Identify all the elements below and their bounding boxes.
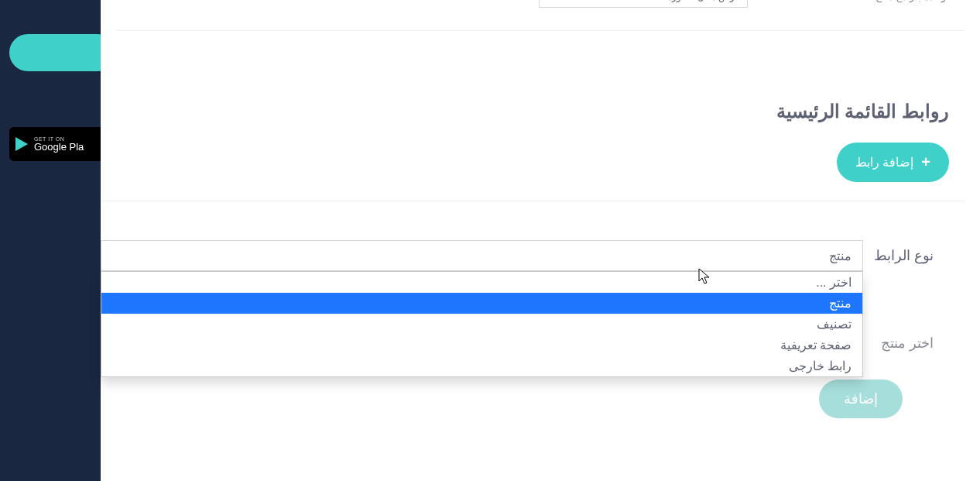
link-type-label: نوع الرابط (874, 247, 934, 264)
option-page[interactable]: صفحة تعريفية (101, 335, 862, 356)
link-type-dropdown: اختر ... منتج تصنيف صفحة تعريفية رابط خا… (101, 271, 863, 377)
add-link-button[interactable]: + إضافة رابط (837, 143, 949, 182)
option-external[interactable]: رابط خارجى (101, 356, 862, 376)
play-icon (15, 137, 28, 151)
top-strip: وحدة بنر مع منتج عرض داخل الصورة (116, 0, 965, 31)
link-form: نوع الرابط منتج اختر ... منتج تصنيف صفحة… (101, 201, 965, 302)
top-label: وحدة بنر مع منتج (875, 0, 946, 2)
section-title: روابط القائمة الرئيسية (101, 101, 949, 122)
link-type-select-wrap: منتج اختر ... منتج تصنيف صفحة تعريفية را… (101, 240, 863, 271)
option-product[interactable]: منتج (101, 293, 862, 314)
option-choose[interactable]: اختر ... (101, 272, 862, 293)
sidebar: GET IT ON Google Pla (0, 0, 101, 481)
google-play-text: GET IT ON Google Pla (34, 136, 84, 152)
plus-icon: + (921, 153, 930, 171)
top-select[interactable]: عرض داخل الصورة (539, 0, 748, 8)
add-link-label: إضافة رابط (855, 155, 913, 170)
main-content: وحدة بنر مع منتج عرض داخل الصورة روابط ا… (101, 0, 980, 481)
option-category[interactable]: تصنيف (101, 314, 862, 335)
link-type-row: نوع الرابط منتج اختر ... منتج تصنيف صفحة… (101, 240, 934, 271)
submit-button[interactable]: إضافة (819, 380, 903, 418)
choose-product-label: اختر منتج (881, 335, 934, 352)
link-type-select[interactable]: منتج (101, 240, 863, 271)
gplay-line2: Google Pla (34, 142, 84, 152)
